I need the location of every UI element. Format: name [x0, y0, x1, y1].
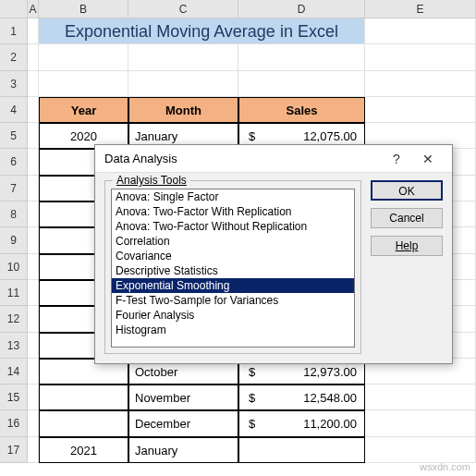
row-header-15[interactable]: 15	[0, 384, 28, 410]
cell-a12[interactable]	[28, 306, 39, 332]
col-header-e[interactable]: E	[365, 0, 476, 18]
list-item[interactable]: Histogram	[112, 323, 354, 337]
cell-a10[interactable]	[28, 254, 39, 280]
row-header-12[interactable]: 12	[0, 306, 28, 332]
currency-symbol: $	[243, 387, 255, 409]
cell-a3[interactable]	[28, 71, 39, 97]
cell-year[interactable]: 2021	[39, 437, 128, 463]
cell-sales[interactable]	[238, 437, 365, 463]
cell-a14[interactable]	[28, 359, 39, 384]
page-title[interactable]: Exponential Moving Average in Excel	[39, 18, 365, 44]
cell-a13[interactable]	[28, 333, 39, 359]
row-header-7[interactable]: 7	[0, 176, 28, 201]
list-item[interactable]: Anova: Single Factor	[112, 189, 354, 204]
dialog-titlebar[interactable]: Data Analysis ? ✕	[95, 145, 452, 173]
col-header-d[interactable]: D	[238, 0, 365, 18]
col-header-a[interactable]: A	[28, 0, 39, 18]
row-header-16[interactable]: 16	[0, 410, 28, 436]
list-item[interactable]: Fourier Analysis	[112, 308, 354, 323]
select-all-corner[interactable]	[0, 0, 28, 18]
cell-e17[interactable]	[365, 437, 476, 463]
row-header-6[interactable]: 6	[0, 149, 28, 175]
cell-c2[interactable]	[128, 44, 238, 70]
row-header-10[interactable]: 10	[0, 254, 28, 280]
list-item[interactable]: Anova: Two-Factor Without Replication	[112, 219, 354, 234]
cell-e1[interactable]	[365, 18, 476, 44]
cell-a7[interactable]	[28, 176, 39, 201]
row-header-13[interactable]: 13	[0, 333, 28, 359]
list-item[interactable]: Descriptive Statistics	[112, 263, 354, 278]
list-item[interactable]: Correlation	[112, 234, 354, 249]
cell-a11[interactable]	[28, 280, 39, 306]
cell-year[interactable]	[39, 384, 128, 410]
cell-a1[interactable]	[28, 18, 39, 44]
cell-month[interactable]: January	[128, 437, 238, 463]
row-header-14[interactable]: 14	[0, 359, 28, 384]
row-header-11[interactable]: 11	[0, 280, 28, 306]
ok-button[interactable]: OK	[371, 180, 443, 201]
cell-c3[interactable]	[128, 71, 238, 97]
cell-a6[interactable]	[28, 149, 39, 175]
currency-symbol: $	[243, 361, 255, 384]
cell-e16[interactable]	[365, 410, 476, 436]
currency-symbol: $	[243, 413, 255, 435]
help-icon[interactable]: ?	[384, 152, 409, 166]
cell-a5[interactable]	[28, 123, 39, 149]
data-analysis-dialog: Data Analysis ? ✕ Analysis Tools Anova: …	[94, 144, 453, 364]
col-header-c[interactable]: C	[128, 0, 238, 18]
list-item[interactable]: Anova: Two-Factor With Replication	[112, 204, 354, 219]
column-headers: A B C D E	[0, 0, 476, 18]
cell-e15[interactable]	[365, 384, 476, 410]
group-label: Analysis Tools	[113, 174, 190, 187]
cell-d3[interactable]	[238, 71, 365, 97]
analysis-tools-group: Analysis Tools Anova: Single FactorAnova…	[104, 180, 361, 354]
dialog-title-text: Data Analysis	[104, 152, 384, 165]
cell-month[interactable]: November	[128, 384, 238, 410]
help-button[interactable]: Help	[371, 236, 443, 256]
row-header-3[interactable]: 3	[0, 71, 28, 97]
sales-value: 11,200.00	[303, 417, 357, 431]
sales-value: 12,075.00	[303, 129, 357, 143]
cell-month[interactable]: December	[128, 410, 238, 436]
header-month[interactable]: Month	[128, 97, 238, 123]
cell-a4[interactable]	[28, 97, 39, 123]
cell-sales[interactable]: $12,548.00	[238, 384, 365, 410]
row-header-2[interactable]: 2	[0, 44, 28, 70]
list-item[interactable]: Covariance	[112, 249, 354, 263]
row-header-17[interactable]: 17	[0, 437, 28, 463]
cell-a9[interactable]	[28, 227, 39, 253]
cell-e3[interactable]	[365, 71, 476, 97]
cell-a16[interactable]	[28, 410, 39, 436]
cell-e4[interactable]	[365, 97, 476, 123]
row-header-8[interactable]: 8	[0, 201, 28, 227]
cell-b3[interactable]	[39, 71, 128, 97]
row-header-4[interactable]: 4	[0, 97, 28, 123]
sales-value: 12,548.00	[303, 391, 357, 405]
list-item[interactable]: Exponential Smoothing	[112, 278, 354, 293]
header-sales[interactable]: Sales	[238, 97, 365, 123]
cell-sales[interactable]: $11,200.00	[238, 410, 365, 436]
analysis-tools-listbox[interactable]: Anova: Single FactorAnova: Two-Factor Wi…	[111, 189, 355, 348]
cell-a8[interactable]	[28, 201, 39, 227]
cell-a15[interactable]	[28, 384, 39, 410]
row-header-5[interactable]: 5	[0, 123, 28, 149]
sales-value: 12,973.00	[303, 365, 357, 379]
cell-d2[interactable]	[238, 44, 365, 70]
list-item[interactable]: F-Test Two-Sample for Variances	[112, 293, 354, 308]
row-header-1[interactable]: 1	[0, 18, 28, 44]
col-header-b[interactable]: B	[39, 0, 128, 18]
cell-b2[interactable]	[39, 44, 128, 70]
cell-e2[interactable]	[365, 44, 476, 70]
close-icon[interactable]: ✕	[409, 152, 446, 166]
cell-a17[interactable]	[28, 437, 39, 463]
cell-a2[interactable]	[28, 44, 39, 70]
header-year[interactable]: Year	[39, 97, 128, 123]
cancel-button[interactable]: Cancel	[371, 208, 443, 228]
cell-year[interactable]	[39, 410, 128, 436]
watermark: wsxdn.com	[420, 461, 470, 472]
row-header-9[interactable]: 9	[0, 227, 28, 253]
